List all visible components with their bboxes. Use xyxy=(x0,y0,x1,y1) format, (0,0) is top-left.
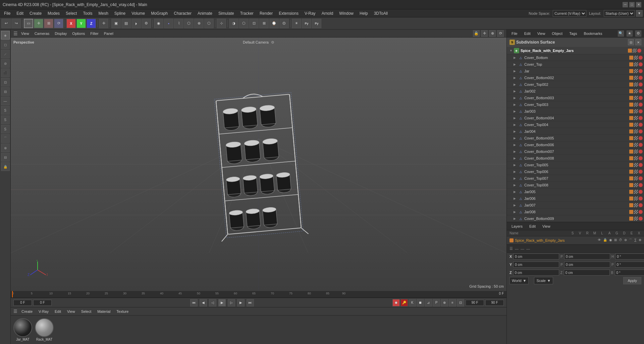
paint-icon[interactable]: ⊛ xyxy=(1,144,10,152)
edge-cut-icon[interactable]: ⊘ xyxy=(1,59,10,68)
material-menu-icon[interactable]: ☰ xyxy=(13,309,17,314)
shading-gouraud-button[interactable]: ◑ xyxy=(229,19,238,28)
minimize-button[interactable]: ─ xyxy=(623,2,628,7)
python2-button[interactable]: Py xyxy=(312,19,321,28)
prev-keyframe-button[interactable]: ◁ xyxy=(209,299,216,306)
obj-item-jar004[interactable]: ▶ △ Jar004 xyxy=(507,128,644,135)
python-button[interactable]: Py xyxy=(302,19,311,28)
close-button[interactable]: ✕ xyxy=(636,2,641,7)
material-item-rack[interactable]: Rack_MAT xyxy=(35,318,54,341)
select-rect-button[interactable]: ▭ xyxy=(24,19,33,28)
mat-menu-select[interactable]: Select xyxy=(79,309,94,314)
axis-x-button[interactable]: X xyxy=(66,19,76,28)
shading-opengl-button[interactable]: ⏣ xyxy=(279,19,289,28)
mat-menu-edit[interactable]: Edit xyxy=(53,309,63,314)
menu-render[interactable]: Render xyxy=(257,10,275,16)
rph-tags[interactable]: Tags xyxy=(567,31,579,36)
polygons-mode-button[interactable]: ⬡ xyxy=(184,19,194,28)
layers-edit-tab[interactable]: Edit xyxy=(527,224,538,229)
menu-window[interactable]: Window xyxy=(336,10,356,16)
x-input[interactable] xyxy=(513,253,559,260)
p-input[interactable] xyxy=(615,262,644,268)
scale-button[interactable]: ⊞ xyxy=(44,19,53,28)
obj-item-cover-top004[interactable]: ▶ △ Cover_Top004 xyxy=(507,121,644,128)
obj-item-cover-top005[interactable]: ▶ △ Cover_Top005 xyxy=(507,162,644,168)
menu-tracker[interactable]: Tracker xyxy=(237,10,256,16)
menu-mograph[interactable]: MoGraph xyxy=(148,10,170,16)
world-dropdown[interactable]: World ▼ xyxy=(509,277,529,284)
spiro3-icon[interactable]: S xyxy=(1,125,10,133)
render-view-button[interactable]: ▣ xyxy=(111,19,121,28)
rph-bookmarks[interactable]: Bookmarks xyxy=(582,31,604,36)
shading-preview-button[interactable]: ⌚ xyxy=(269,19,279,28)
menu-arnold[interactable]: Arnold xyxy=(319,10,336,16)
vp-menu-cameras[interactable]: Cameras xyxy=(33,31,52,36)
layers-tab[interactable]: Layers xyxy=(509,224,525,229)
key-all-button[interactable]: K xyxy=(409,299,416,306)
menu-tools[interactable]: Tools xyxy=(80,10,95,16)
shading-sketch-button[interactable]: ⊞ xyxy=(259,19,269,28)
nodespace-select[interactable]: Current (V-Ray) xyxy=(553,10,586,17)
mat-menu-texture[interactable]: Texture xyxy=(114,309,130,314)
menu-character[interactable]: Character xyxy=(171,10,194,16)
menu-extensions[interactable]: Extensions xyxy=(276,10,301,16)
obj-item-cover-top[interactable]: ▶ △ Cover_Top xyxy=(507,61,644,68)
menu-animate[interactable]: Animate xyxy=(195,10,215,16)
uvw-mode-button[interactable]: ⊕ xyxy=(194,19,204,28)
obj-item-cover-top007[interactable]: ▶ △ Cover_Top007 xyxy=(507,175,644,182)
vp-restore-icon[interactable]: ⟳ xyxy=(497,30,504,37)
pz-input[interactable] xyxy=(564,270,610,276)
layout-expand-button[interactable]: ▼ xyxy=(636,10,643,17)
obj-item-cover-bottom003[interactable]: ▶ △ Cover_Bottom003 xyxy=(507,95,644,101)
layers-row[interactable]: Spice_Rack_with_Empty_Jars 👁 🔒 ◉ ⊞ ⏱ ⊛ ⌒… xyxy=(507,236,644,244)
menu-simulate[interactable]: Simulate xyxy=(216,10,237,16)
vp-menu-panel[interactable]: Panel xyxy=(102,31,115,36)
menu-volume[interactable]: Volume xyxy=(129,10,148,16)
current-frame-input[interactable] xyxy=(13,300,32,306)
obj-item-cover-bottom006[interactable]: ▶ △ Cover_Bottom006 xyxy=(507,141,644,148)
obj-item-cover-bottom008[interactable]: ▶ △ Cover_Bottom008 xyxy=(507,155,644,162)
rotate-button[interactable]: ⟳ xyxy=(54,19,63,28)
obj-item-cover-bottom002[interactable]: ▶ △ Cover_Bottom002 xyxy=(507,74,644,81)
obj-item-jar[interactable]: ▶ △ Jar xyxy=(507,68,644,74)
object-mode-button[interactable]: ◉ xyxy=(154,19,163,28)
sculpt-mode-button[interactable]: ⬡ xyxy=(204,19,214,28)
obj-item-cover-bottom004[interactable]: ▶ △ Cover_Bottom004 xyxy=(507,115,644,121)
object-list[interactable]: ▶ △ Cover_Bottom ▶ △ Cover_Top xyxy=(507,54,644,222)
vp-lock-icon[interactable]: 🔒 xyxy=(473,30,480,37)
maximize-button[interactable]: □ xyxy=(629,2,635,7)
mat-menu-create[interactable]: Create xyxy=(19,309,35,314)
layer-render-icon[interactable]: ◉ xyxy=(609,238,612,243)
undo-button[interactable]: ↩ xyxy=(1,19,11,28)
menu-create[interactable]: Create xyxy=(27,10,44,16)
layers-view-tab[interactable]: View xyxy=(540,224,552,229)
render-all-button[interactable]: ⏵ xyxy=(131,19,141,28)
layer-gen-icon[interactable]: ⊛ xyxy=(624,238,627,243)
obj-item-cover-top003[interactable]: ▶ △ Cover_Top003 xyxy=(507,101,644,108)
menu-spline[interactable]: Spline xyxy=(112,10,128,16)
px-input[interactable] xyxy=(564,253,610,260)
key-motion-button[interactable]: ⊿ xyxy=(425,299,432,306)
obj-item-jar005[interactable]: ▶ △ Jar005 xyxy=(507,188,644,195)
light-button[interactable]: ☀ xyxy=(292,19,301,28)
mat-menu-view[interactable]: View xyxy=(65,309,77,314)
move-button[interactable]: ✛ xyxy=(34,19,43,28)
layer-extra-icon[interactable]: ⊕ xyxy=(639,238,641,243)
menu-edit[interactable]: Edit xyxy=(14,10,26,16)
symmetry-icon[interactable]: ⊟ xyxy=(1,87,10,96)
mat-menu-material[interactable]: Material xyxy=(95,309,112,314)
layer-eye-icon[interactable]: 👁 xyxy=(598,238,601,243)
obj-item-cover-bottom009[interactable]: ▶ △ Cover_Bottom009 xyxy=(507,215,644,222)
h-input[interactable] xyxy=(615,253,644,260)
rph-edit[interactable]: Edit xyxy=(522,31,533,36)
render-region-button[interactable]: ▤ xyxy=(121,19,131,28)
scene-root-item[interactable]: ▼ ◈ Spice_Rack_with_Empty_Jars xyxy=(507,47,644,54)
obj-item-jar002[interactable]: ▶ △ Jar002 xyxy=(507,88,644,95)
menu-help[interactable]: Help xyxy=(357,10,371,16)
spiro2-icon[interactable]: S xyxy=(1,115,10,124)
axis-z-button[interactable]: Z xyxy=(87,19,96,28)
boole-icon[interactable]: ⊡ xyxy=(1,78,10,87)
apply-button[interactable]: Apply xyxy=(623,277,641,284)
menu-select[interactable]: Select xyxy=(63,10,79,16)
rph-settings-icon[interactable]: ⚙ xyxy=(635,31,641,37)
